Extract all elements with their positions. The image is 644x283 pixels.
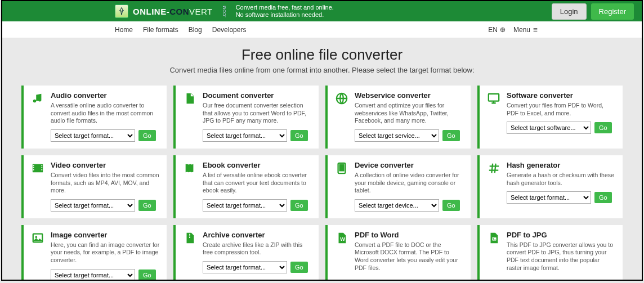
card-title[interactable]: Software converter (507, 91, 616, 100)
card-desc: A collection of online video converter f… (355, 172, 464, 195)
archive-select[interactable]: Select target format... (203, 261, 287, 273)
nav-fileformats[interactable]: File formats (143, 26, 178, 34)
hamburger-icon (533, 27, 538, 33)
svg-rect-14 (189, 234, 190, 235)
converter-grid: Audio converter A versatile online audio… (2, 80, 642, 281)
video-go-button[interactable]: Go (138, 200, 156, 211)
software-icon (486, 91, 501, 142)
register-button[interactable]: Register (591, 3, 634, 20)
card-desc: Here, you can find an image converter fo… (51, 241, 160, 264)
hash-go-button[interactable]: Go (594, 192, 612, 203)
card-image: Image converter Here, you can find an im… (21, 225, 167, 281)
svg-rect-16 (189, 237, 190, 238)
video-icon (30, 161, 45, 212)
card-desc: A list of versatile online ebook convert… (203, 172, 312, 195)
card-title[interactable]: Archive converter (203, 231, 312, 239)
image-go-button[interactable]: Go (138, 269, 156, 281)
card-title[interactable]: Video converter (51, 161, 160, 169)
logo-icon (115, 5, 128, 18)
ebook-select[interactable]: Select target format... (203, 199, 287, 212)
card-title[interactable]: PDF to Word (355, 231, 464, 239)
device-go-button[interactable]: Go (442, 200, 460, 211)
card-ebook: Ebook converter A list of versatile onli… (173, 155, 319, 218)
audio-select[interactable]: Select target format... (51, 129, 135, 142)
card-device: Device converter A collection of online … (325, 155, 471, 218)
menu-toggle[interactable]: Menu (513, 26, 538, 34)
hero: Free online file converter Convert media… (2, 38, 642, 80)
card-title[interactable]: Document converter (203, 91, 312, 100)
nav-home[interactable]: Home (115, 26, 133, 34)
audio-icon (30, 91, 45, 142)
device-select[interactable]: Select target device... (355, 199, 439, 212)
card-title[interactable]: Webservice converter (355, 91, 464, 100)
brand-domain: .COM (222, 6, 227, 17)
ebook-icon (182, 161, 197, 212)
ebook-go-button[interactable]: Go (290, 200, 308, 211)
hash-icon (486, 161, 501, 212)
software-select[interactable]: Select target software... (507, 122, 591, 134)
svg-rect-5 (33, 167, 34, 168)
pdfword-icon: W (334, 231, 349, 281)
archive-go-button[interactable]: Go (290, 262, 308, 273)
svg-rect-8 (41, 167, 42, 168)
nav-blog[interactable]: Blog (189, 26, 202, 34)
brand-text: ONLINE-CONVERT (133, 7, 213, 16)
svg-text:W: W (340, 236, 345, 241)
svg-rect-15 (189, 235, 190, 236)
video-select[interactable]: Select target format... (51, 199, 135, 212)
card-pdfjpg: PDF to JPG This PDF to JPG converter all… (477, 225, 623, 281)
card-document: Document converter Our free document con… (173, 86, 319, 149)
archive-icon (182, 231, 197, 281)
document-icon (182, 91, 197, 142)
svg-point-13 (35, 236, 37, 238)
card-archive: Archive converter Create archive files l… (173, 225, 319, 281)
card-title[interactable]: PDF to JPG (507, 231, 616, 239)
page-title: Free online file converter (2, 46, 642, 64)
image-select[interactable]: Select target format... (51, 269, 135, 281)
card-desc: Convert your files from PDF to Word, PDF… (507, 102, 616, 117)
card-title[interactable]: Device converter (355, 161, 464, 169)
card-desc: Convert a PDF file to DOC or the Microso… (355, 241, 464, 272)
card-title[interactable]: Ebook converter (203, 161, 312, 169)
software-go-button[interactable]: Go (594, 122, 612, 133)
card-desc: Generate a hash or checksum with these h… (507, 172, 616, 187)
card-video: Video converter Convert video files into… (21, 155, 167, 218)
pdfjpg-icon (486, 231, 501, 281)
svg-rect-7 (41, 165, 42, 166)
card-desc: Our free document converter selection th… (203, 102, 312, 125)
webservice-select[interactable]: Select target service... (355, 129, 439, 142)
top-banner: ONLINE-CONVERT .COM Convert media free, … (2, 1, 642, 21)
svg-rect-11 (339, 164, 344, 172)
brand[interactable]: ONLINE-CONVERT .COM (115, 5, 230, 18)
card-title[interactable]: Audio converter (51, 91, 160, 100)
card-audio: Audio converter A versatile online audio… (21, 86, 167, 149)
card-desc: Convert and optimize your files for webs… (355, 102, 464, 125)
card-hash: Hash generator Generate a hash or checks… (477, 155, 623, 218)
card-software: Software converter Convert your files fr… (477, 86, 623, 149)
device-icon (334, 161, 349, 212)
svg-rect-9 (41, 169, 42, 170)
card-title[interactable]: Hash generator (507, 161, 616, 169)
card-desc: Convert video files into the most common… (51, 172, 160, 195)
webservice-icon (334, 91, 349, 142)
taglines: Convert media free, fast and online. No … (236, 4, 334, 19)
document-select[interactable]: Select target format... (203, 129, 287, 142)
image-icon (30, 231, 45, 281)
login-button[interactable]: Login (552, 3, 587, 20)
globe-icon (500, 27, 506, 33)
svg-rect-2 (489, 94, 499, 101)
card-pdfword: W PDF to Word Convert a PDF file to DOC … (325, 225, 471, 281)
page-subtitle: Convert media files online from one form… (2, 66, 642, 74)
lang-selector[interactable]: EN (488, 26, 506, 34)
card-desc: A versatile online audio converter to co… (51, 102, 160, 125)
webservice-go-button[interactable]: Go (442, 130, 460, 141)
card-desc: Create archive files like a ZIP with thi… (203, 241, 312, 257)
card-title[interactable]: Image converter (51, 231, 160, 239)
hash-select[interactable]: Select target format... (507, 191, 591, 204)
svg-rect-4 (33, 165, 34, 166)
document-go-button[interactable]: Go (290, 130, 308, 141)
svg-rect-6 (33, 169, 34, 170)
main-nav: Home File formats Blog Developers EN Men… (2, 21, 642, 38)
audio-go-button[interactable]: Go (138, 130, 156, 141)
nav-developers[interactable]: Developers (212, 26, 247, 34)
